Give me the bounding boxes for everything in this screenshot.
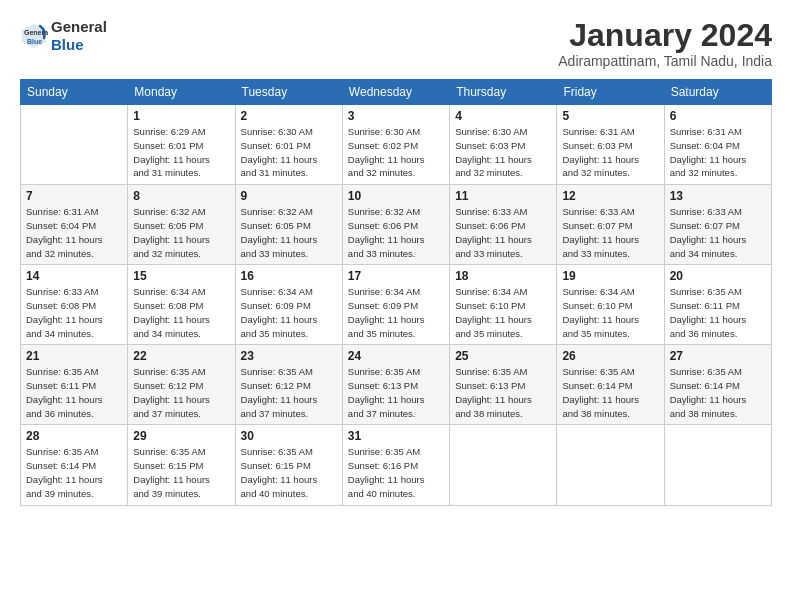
day-number: 9 (241, 189, 337, 203)
day-number: 8 (133, 189, 229, 203)
day-info: Sunrise: 6:35 AM Sunset: 6:16 PM Dayligh… (348, 445, 444, 500)
calendar-table: SundayMondayTuesdayWednesdayThursdayFrid… (20, 79, 772, 505)
day-number: 14 (26, 269, 122, 283)
page: General Blue General Blue January 2024 A… (0, 0, 792, 516)
day-number: 17 (348, 269, 444, 283)
calendar-cell: 23Sunrise: 6:35 AM Sunset: 6:12 PM Dayli… (235, 345, 342, 425)
calendar-cell (450, 425, 557, 505)
day-number: 21 (26, 349, 122, 363)
logo: General Blue General Blue (20, 18, 107, 54)
day-info: Sunrise: 6:32 AM Sunset: 6:05 PM Dayligh… (241, 205, 337, 260)
calendar-cell (664, 425, 771, 505)
calendar-cell (557, 425, 664, 505)
day-info: Sunrise: 6:34 AM Sunset: 6:08 PM Dayligh… (133, 285, 229, 340)
day-number: 1 (133, 109, 229, 123)
calendar-header-sunday: Sunday (21, 80, 128, 105)
day-number: 31 (348, 429, 444, 443)
calendar-cell (21, 105, 128, 185)
day-number: 18 (455, 269, 551, 283)
day-info: Sunrise: 6:33 AM Sunset: 6:07 PM Dayligh… (562, 205, 658, 260)
day-number: 3 (348, 109, 444, 123)
day-number: 23 (241, 349, 337, 363)
day-number: 6 (670, 109, 766, 123)
day-number: 10 (348, 189, 444, 203)
day-info: Sunrise: 6:32 AM Sunset: 6:06 PM Dayligh… (348, 205, 444, 260)
day-info: Sunrise: 6:35 AM Sunset: 6:12 PM Dayligh… (241, 365, 337, 420)
day-info: Sunrise: 6:30 AM Sunset: 6:02 PM Dayligh… (348, 125, 444, 180)
calendar-cell: 22Sunrise: 6:35 AM Sunset: 6:12 PM Dayli… (128, 345, 235, 425)
calendar-cell: 13Sunrise: 6:33 AM Sunset: 6:07 PM Dayli… (664, 185, 771, 265)
day-number: 16 (241, 269, 337, 283)
day-info: Sunrise: 6:34 AM Sunset: 6:09 PM Dayligh… (241, 285, 337, 340)
calendar-header-wednesday: Wednesday (342, 80, 449, 105)
location: Adirampattinam, Tamil Nadu, India (558, 53, 772, 69)
day-info: Sunrise: 6:35 AM Sunset: 6:15 PM Dayligh… (241, 445, 337, 500)
day-number: 20 (670, 269, 766, 283)
day-info: Sunrise: 6:33 AM Sunset: 6:07 PM Dayligh… (670, 205, 766, 260)
calendar-header-row: SundayMondayTuesdayWednesdayThursdayFrid… (21, 80, 772, 105)
day-number: 24 (348, 349, 444, 363)
month-title: January 2024 (558, 18, 772, 53)
calendar-cell: 1Sunrise: 6:29 AM Sunset: 6:01 PM Daylig… (128, 105, 235, 185)
calendar-cell: 3Sunrise: 6:30 AM Sunset: 6:02 PM Daylig… (342, 105, 449, 185)
calendar-week-1: 1Sunrise: 6:29 AM Sunset: 6:01 PM Daylig… (21, 105, 772, 185)
logo-line2: Blue (51, 36, 107, 54)
calendar-cell: 25Sunrise: 6:35 AM Sunset: 6:13 PM Dayli… (450, 345, 557, 425)
day-info: Sunrise: 6:35 AM Sunset: 6:11 PM Dayligh… (670, 285, 766, 340)
day-info: Sunrise: 6:33 AM Sunset: 6:06 PM Dayligh… (455, 205, 551, 260)
calendar-week-2: 7Sunrise: 6:31 AM Sunset: 6:04 PM Daylig… (21, 185, 772, 265)
day-info: Sunrise: 6:35 AM Sunset: 6:14 PM Dayligh… (562, 365, 658, 420)
day-number: 29 (133, 429, 229, 443)
calendar-cell: 20Sunrise: 6:35 AM Sunset: 6:11 PM Dayli… (664, 265, 771, 345)
svg-text:Blue: Blue (27, 38, 42, 45)
day-number: 19 (562, 269, 658, 283)
calendar-cell: 18Sunrise: 6:34 AM Sunset: 6:10 PM Dayli… (450, 265, 557, 345)
calendar-cell: 10Sunrise: 6:32 AM Sunset: 6:06 PM Dayli… (342, 185, 449, 265)
calendar-cell: 21Sunrise: 6:35 AM Sunset: 6:11 PM Dayli… (21, 345, 128, 425)
day-info: Sunrise: 6:29 AM Sunset: 6:01 PM Dayligh… (133, 125, 229, 180)
day-info: Sunrise: 6:34 AM Sunset: 6:10 PM Dayligh… (455, 285, 551, 340)
day-number: 25 (455, 349, 551, 363)
calendar-week-3: 14Sunrise: 6:33 AM Sunset: 6:08 PM Dayli… (21, 265, 772, 345)
calendar-cell: 14Sunrise: 6:33 AM Sunset: 6:08 PM Dayli… (21, 265, 128, 345)
title-block: January 2024 Adirampattinam, Tamil Nadu,… (558, 18, 772, 69)
calendar-cell: 7Sunrise: 6:31 AM Sunset: 6:04 PM Daylig… (21, 185, 128, 265)
calendar-cell: 16Sunrise: 6:34 AM Sunset: 6:09 PM Dayli… (235, 265, 342, 345)
day-number: 12 (562, 189, 658, 203)
day-number: 26 (562, 349, 658, 363)
day-info: Sunrise: 6:35 AM Sunset: 6:14 PM Dayligh… (670, 365, 766, 420)
day-info: Sunrise: 6:35 AM Sunset: 6:15 PM Dayligh… (133, 445, 229, 500)
day-number: 28 (26, 429, 122, 443)
day-info: Sunrise: 6:31 AM Sunset: 6:04 PM Dayligh… (26, 205, 122, 260)
calendar-cell: 11Sunrise: 6:33 AM Sunset: 6:06 PM Dayli… (450, 185, 557, 265)
calendar-cell: 27Sunrise: 6:35 AM Sunset: 6:14 PM Dayli… (664, 345, 771, 425)
day-number: 7 (26, 189, 122, 203)
day-number: 13 (670, 189, 766, 203)
calendar-cell: 26Sunrise: 6:35 AM Sunset: 6:14 PM Dayli… (557, 345, 664, 425)
day-number: 4 (455, 109, 551, 123)
calendar-cell: 4Sunrise: 6:30 AM Sunset: 6:03 PM Daylig… (450, 105, 557, 185)
day-number: 22 (133, 349, 229, 363)
calendar-cell: 15Sunrise: 6:34 AM Sunset: 6:08 PM Dayli… (128, 265, 235, 345)
day-info: Sunrise: 6:30 AM Sunset: 6:01 PM Dayligh… (241, 125, 337, 180)
day-info: Sunrise: 6:32 AM Sunset: 6:05 PM Dayligh… (133, 205, 229, 260)
day-number: 15 (133, 269, 229, 283)
calendar-cell: 12Sunrise: 6:33 AM Sunset: 6:07 PM Dayli… (557, 185, 664, 265)
day-info: Sunrise: 6:33 AM Sunset: 6:08 PM Dayligh… (26, 285, 122, 340)
day-number: 5 (562, 109, 658, 123)
calendar-header-thursday: Thursday (450, 80, 557, 105)
day-info: Sunrise: 6:35 AM Sunset: 6:13 PM Dayligh… (455, 365, 551, 420)
day-info: Sunrise: 6:35 AM Sunset: 6:12 PM Dayligh… (133, 365, 229, 420)
calendar-header-friday: Friday (557, 80, 664, 105)
day-info: Sunrise: 6:31 AM Sunset: 6:03 PM Dayligh… (562, 125, 658, 180)
calendar-cell: 28Sunrise: 6:35 AM Sunset: 6:14 PM Dayli… (21, 425, 128, 505)
calendar-header-saturday: Saturday (664, 80, 771, 105)
calendar-header-tuesday: Tuesday (235, 80, 342, 105)
day-info: Sunrise: 6:35 AM Sunset: 6:11 PM Dayligh… (26, 365, 122, 420)
calendar-cell: 19Sunrise: 6:34 AM Sunset: 6:10 PM Dayli… (557, 265, 664, 345)
calendar-cell: 8Sunrise: 6:32 AM Sunset: 6:05 PM Daylig… (128, 185, 235, 265)
day-info: Sunrise: 6:34 AM Sunset: 6:10 PM Dayligh… (562, 285, 658, 340)
day-info: Sunrise: 6:31 AM Sunset: 6:04 PM Dayligh… (670, 125, 766, 180)
calendar-header-monday: Monday (128, 80, 235, 105)
day-number: 11 (455, 189, 551, 203)
